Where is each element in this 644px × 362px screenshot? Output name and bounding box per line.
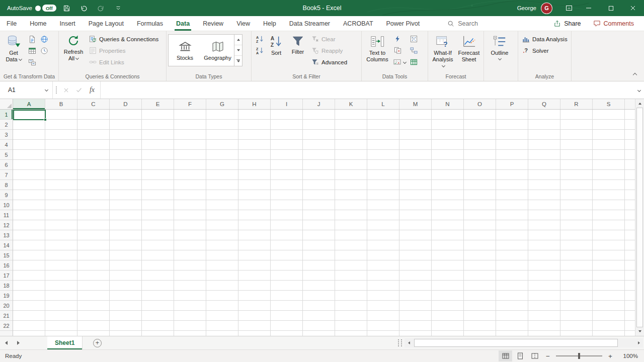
get-data-button[interactable]: Get Data xyxy=(2,32,26,73)
row-header-19[interactable]: 19 xyxy=(0,291,13,301)
formula-bar-expand-button[interactable] xyxy=(633,81,644,99)
geography-button[interactable]: Geography xyxy=(201,35,234,66)
flash-fill-button[interactable] xyxy=(391,33,404,45)
recent-sources-button[interactable] xyxy=(38,45,50,56)
row-header-13[interactable]: 13 xyxy=(0,230,13,240)
page-layout-view-button[interactable] xyxy=(513,350,527,361)
tab-acrobat[interactable]: ACROBAT xyxy=(337,16,380,31)
manage-data-model-button[interactable] xyxy=(408,56,420,68)
column-header-R[interactable]: R xyxy=(560,99,593,109)
sort-descending-button[interactable]: Z A xyxy=(254,45,266,56)
row-header-17[interactable]: 17 xyxy=(0,270,13,281)
tab-file[interactable]: File xyxy=(0,16,23,31)
solver-button[interactable]: ? Solver xyxy=(520,45,570,56)
row-header-7[interactable]: 7 xyxy=(0,170,13,180)
enter-button[interactable] xyxy=(72,81,86,99)
column-header-K[interactable]: K xyxy=(335,99,367,109)
forecast-sheet-button[interactable]: Forecast Sheet xyxy=(456,32,482,73)
row-header-4[interactable]: 4 xyxy=(0,140,13,150)
remove-duplicates-button[interactable] xyxy=(391,45,404,56)
row-header-10[interactable]: 10 xyxy=(0,200,13,210)
row-header-15[interactable]: 15 xyxy=(0,250,13,260)
customize-quick-access-button[interactable] xyxy=(112,0,125,16)
row-header-11[interactable]: 11 xyxy=(0,210,13,220)
column-header-P[interactable]: P xyxy=(496,99,528,109)
row-header-21[interactable]: 21 xyxy=(0,311,13,321)
tab-help[interactable]: Help xyxy=(257,16,283,31)
row-header-20[interactable]: 20 xyxy=(0,301,13,311)
column-header-C[interactable]: C xyxy=(77,99,110,109)
row-header-16[interactable]: 16 xyxy=(0,260,13,270)
column-header-G[interactable]: G xyxy=(206,99,238,109)
autosave-switch[interactable]: Off xyxy=(35,5,56,12)
tab-splitter-handle[interactable] xyxy=(398,339,402,346)
row-header-1[interactable]: 1 xyxy=(0,110,13,120)
properties-button[interactable]: Properties xyxy=(87,45,161,56)
tab-review[interactable]: Review xyxy=(196,16,230,31)
edit-links-button[interactable]: Edit Links xyxy=(87,56,161,68)
row-header-3[interactable]: 3 xyxy=(0,130,13,140)
share-button[interactable]: Share xyxy=(547,16,587,31)
reapply-filter-button[interactable]: Reapply xyxy=(309,45,350,56)
page-break-preview-button[interactable] xyxy=(528,350,541,361)
zoom-in-button[interactable]: + xyxy=(605,352,616,360)
data-validation-button[interactable] xyxy=(391,56,408,68)
relationships-button[interactable] xyxy=(408,45,420,56)
zoom-out-button[interactable]: − xyxy=(542,352,553,360)
row-header-8[interactable]: 8 xyxy=(0,180,13,190)
scroll-down-button[interactable] xyxy=(635,327,644,335)
tab-power-pivot[interactable]: Power Pivot xyxy=(380,16,427,31)
zoom-slider[interactable] xyxy=(556,351,602,360)
column-header-B[interactable]: B xyxy=(45,99,77,109)
data-analysis-button[interactable]: Data Analysis xyxy=(520,33,570,45)
vertical-scrollbar[interactable] xyxy=(635,99,644,336)
row-header-6[interactable]: 6 xyxy=(0,160,13,170)
tab-data-streamer[interactable]: Data Streamer xyxy=(283,16,337,31)
comments-button[interactable]: Comments xyxy=(587,16,640,31)
column-header-J[interactable]: J xyxy=(303,99,335,109)
outline-button[interactable]: Outline xyxy=(486,32,514,73)
from-web-button[interactable] xyxy=(38,33,50,45)
user-avatar[interactable]: G xyxy=(541,3,552,14)
tab-page-layout[interactable]: Page Layout xyxy=(82,16,130,31)
grid-cells[interactable] xyxy=(13,110,635,336)
gallery-more-button[interactable] xyxy=(234,56,242,66)
name-box[interactable]: A1 xyxy=(4,81,53,99)
undo-button[interactable] xyxy=(77,0,91,16)
tab-view[interactable]: View xyxy=(230,16,257,31)
gallery-down-button[interactable] xyxy=(234,45,242,56)
sheet-nav-right-button[interactable] xyxy=(12,336,24,349)
tab-home[interactable]: Home xyxy=(23,16,53,31)
collapse-ribbon-button[interactable] xyxy=(630,71,640,78)
from-table-range-button[interactable] xyxy=(26,45,38,56)
formula-bar-splitter[interactable] xyxy=(53,81,59,99)
from-text-csv-button[interactable] xyxy=(26,33,38,45)
scroll-left-button[interactable] xyxy=(405,338,413,347)
zoom-slider-thumb[interactable] xyxy=(578,353,580,359)
scroll-right-button[interactable] xyxy=(634,338,643,347)
tab-insert[interactable]: Insert xyxy=(53,16,82,31)
gallery-up-button[interactable] xyxy=(234,35,242,45)
column-header-E[interactable]: E xyxy=(142,99,174,109)
consolidate-button[interactable] xyxy=(408,33,420,45)
row-header-14[interactable]: 14 xyxy=(0,240,13,250)
column-header-L[interactable]: L xyxy=(367,99,399,109)
what-if-analysis-button[interactable]: ? What-If Analysis xyxy=(430,32,456,73)
column-header-A[interactable]: A xyxy=(13,99,45,109)
horizontal-scroll-track[interactable] xyxy=(413,338,634,347)
refresh-all-button[interactable]: Refresh All xyxy=(60,32,87,73)
sheet-tab-sheet1[interactable]: Sheet1 xyxy=(47,336,83,349)
zoom-level-label[interactable]: 100% xyxy=(619,353,638,359)
column-header-F[interactable]: F xyxy=(174,99,206,109)
column-header-N[interactable]: N xyxy=(432,99,464,109)
ribbon-display-options-button[interactable] xyxy=(560,0,578,16)
normal-view-button[interactable] xyxy=(499,350,512,361)
text-to-columns-button[interactable]: Text to Columns xyxy=(363,32,391,73)
new-sheet-button[interactable]: + xyxy=(89,336,106,349)
select-all-corner[interactable] xyxy=(0,99,13,110)
existing-connections-button[interactable] xyxy=(26,56,38,68)
vertical-scroll-thumb[interactable] xyxy=(636,108,643,327)
filter-button[interactable]: Filter xyxy=(287,32,309,73)
row-header-2[interactable]: 2 xyxy=(0,120,13,130)
column-header-S[interactable]: S xyxy=(593,99,625,109)
